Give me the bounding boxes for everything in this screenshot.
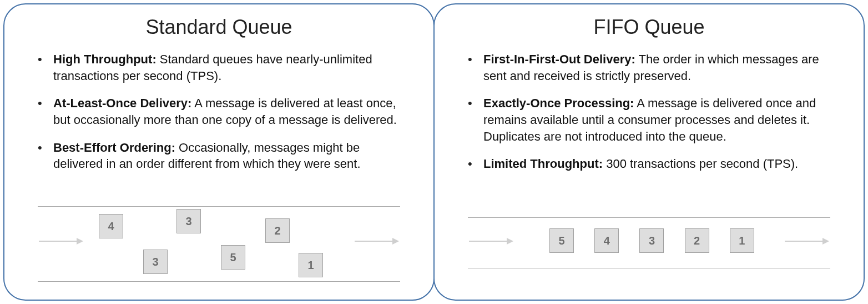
panel-title: Standard Queue — [27, 16, 411, 39]
arrow-out-icon — [785, 241, 824, 242]
message-box: 1 — [299, 253, 323, 277]
fifo-queue-panel: FIFO Queue First-In-First-Out Delivery: … — [433, 3, 865, 301]
bullet-label: At-Least-Once Delivery: — [53, 96, 191, 110]
message-box: 2 — [265, 218, 290, 243]
bullet-list: First-In-First-Out Delivery: The order i… — [457, 51, 841, 183]
arrow-in-icon — [39, 241, 78, 242]
message-box: 1 — [730, 228, 754, 253]
message-box: 3 — [176, 209, 201, 233]
bullet-item: Best-Effort Ordering: Occasionally, mess… — [38, 139, 408, 172]
message-box: 4 — [594, 228, 619, 253]
track-line-bottom — [38, 281, 400, 282]
bullet-label: First-In-First-Out Delivery: — [483, 52, 635, 66]
bullet-item: Exactly-Once Processing: A message is de… — [468, 95, 838, 144]
standard-queue-panel: Standard Queue High Throughput: Standard… — [3, 3, 435, 301]
track-line-bottom — [468, 268, 830, 268]
fifo-queue-illustration: 5 4 3 2 1 — [457, 201, 841, 284]
bullet-item: High Throughput: Standard queues have ne… — [38, 51, 408, 84]
message-box: 3 — [639, 228, 664, 253]
fifo-message-row: 5 4 3 2 1 — [529, 228, 775, 253]
bullet-item: First-In-First-Out Delivery: The order i… — [468, 51, 838, 84]
message-box: 5 — [549, 228, 574, 253]
bullet-label: Best-Effort Ordering: — [53, 141, 175, 155]
arrow-in-icon — [469, 241, 508, 242]
bullet-label: High Throughput: — [53, 52, 157, 66]
standard-queue-illustration: 4 3 2 3 5 1 — [27, 201, 411, 284]
bullet-label: Exactly-Once Processing: — [483, 96, 634, 110]
arrow-out-icon — [355, 241, 393, 242]
message-box: 3 — [143, 250, 168, 274]
bullet-item: At-Least-Once Delivery: A message is del… — [38, 95, 408, 128]
bullet-text: 300 transactions per second (TPS). — [603, 157, 798, 171]
track-line-top — [468, 217, 830, 218]
panel-title: FIFO Queue — [457, 16, 841, 39]
bullet-list: High Throughput: Standard queues have ne… — [27, 51, 411, 183]
message-box: 2 — [685, 228, 709, 253]
bullet-item: Limited Throughput: 300 transactions per… — [468, 156, 838, 172]
track-line-top — [38, 206, 400, 207]
message-box: 4 — [99, 214, 123, 238]
message-box: 5 — [221, 245, 245, 270]
bullet-label: Limited Throughput: — [483, 157, 603, 171]
